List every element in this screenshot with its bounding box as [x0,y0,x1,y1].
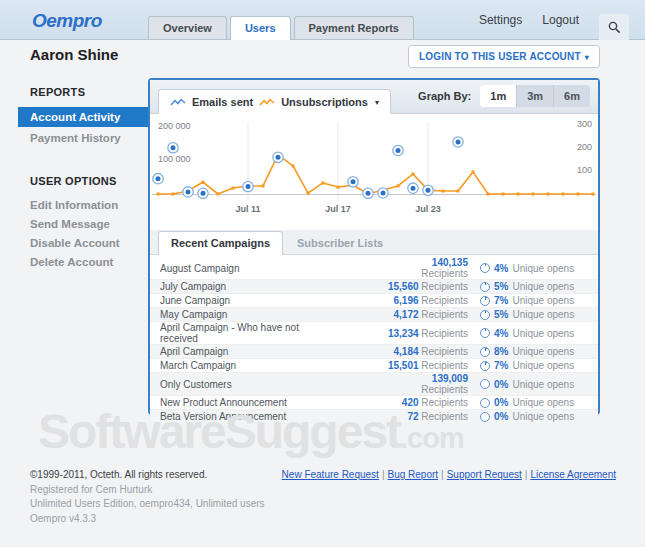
opens-cell: 4%Unique opens [468,328,590,339]
campaign-name: June Campaign [160,295,316,306]
opens-pie-icon [480,328,490,338]
search-button[interactable] [599,14,629,40]
sidebar-item-payment-history[interactable]: Payment History [0,129,148,148]
recipients-cell: 15,560 Recipients [316,281,468,292]
opens-label: Unique opens [512,295,574,306]
footer-info: ©1999-2011, Octeth. All rights reserved.… [30,468,265,526]
sidebar-item-delete-account[interactable]: Delete Account [0,253,148,272]
opens-pie-icon [480,282,490,292]
opens-cell: 0%Unique opens [468,379,590,390]
campaign-name: August Campaign [160,263,316,274]
sidebar-spacer [0,148,148,175]
table-row[interactable]: August Campaign 140,135 Recipients 4%Uni… [150,257,598,279]
tab-recent-campaigns[interactable]: Recent Campaigns [158,231,283,255]
login-to-user-account-button[interactable]: LOGIN TO THIS USER ACCOUNT▾ [408,45,600,68]
range-3m-button[interactable]: 3m [517,85,554,107]
campaign-name: April Campaign [160,346,316,357]
range-button-group: 1m 3m 6m [480,85,590,107]
range-6m-button[interactable]: 6m [554,85,590,107]
opens-label: Unique opens [512,379,574,390]
table-row[interactable]: April Campaign 4,184 Recipients 8%Unique… [150,344,598,358]
opens-cell: 0%Unique opens [468,411,590,422]
campaigns-table: August Campaign 140,135 Recipients 4%Uni… [150,255,598,423]
table-row[interactable]: New Product Announcement 420 Recipients … [150,395,598,409]
opens-cell: 5%Unique opens [468,309,590,320]
opens-percent: 5% [494,281,508,292]
app-logo[interactable]: Oempro [32,10,102,32]
opens-pie-icon [480,347,490,357]
recipients-cell: 140,135 Recipients [316,257,468,279]
unsubscriptions-line-icon [259,98,275,107]
tab-users[interactable]: Users [230,16,291,40]
tab-payment-reports[interactable]: Payment Reports [294,16,414,39]
recipients-count: 4,184 [393,346,418,357]
activity-chart: 200 000 100 000 300 200 100 Jul 11 Jul 1… [150,117,598,219]
recipients-label: Recipients [316,384,468,395]
tab-subscriber-lists[interactable]: Subscriber Lists [285,232,395,254]
table-row[interactable]: Only Customers 139,009 Recipients 0%Uniq… [150,372,598,395]
campaign-name: July Campaign [160,281,316,292]
recipients-count: 72 [407,411,418,422]
table-row[interactable]: March Campaign 15,501 Recipients 7%Uniqu… [150,358,598,372]
chart-legend-dropdown[interactable]: Emails sent Unsubscriptions ▾ [158,89,391,114]
opens-pie-icon [480,398,490,408]
range-1m-button[interactable]: 1m [480,85,517,107]
settings-link[interactable]: Settings [479,13,522,27]
opens-label: Unique opens [512,309,574,320]
recipients-label: Recipients [421,411,468,422]
link-bug-report[interactable]: Bug Report [388,469,439,480]
x-axis-tick-jul-11: Jul 11 [218,204,278,214]
chevron-down-icon: ▾ [585,53,589,62]
recipients-count: 6,196 [393,295,418,306]
campaign-name: Beta Version Announcement [160,411,316,422]
recipients-count: 140,135 [316,257,468,268]
graph-by-label: Graph By: [418,90,471,102]
recipients-cell: 4,184 Recipients [316,346,468,357]
main-nav-tabs: Overview Users Payment Reports [148,16,414,39]
sidebar-item-edit-information[interactable]: Edit Information [0,196,148,215]
tab-overview[interactable]: Overview [148,16,227,39]
table-row[interactable]: May Campaign 4,172 Recipients 5%Unique o… [150,307,598,321]
sidebar-item-disable-account[interactable]: Disable Account [0,234,148,253]
recipients-count: 139,009 [316,373,468,384]
opens-percent: 0% [494,379,508,390]
right-axis-tick-300: 300 [577,119,592,129]
search-icon [608,21,621,34]
table-row[interactable]: June Campaign 6,196 Recipients 7%Unique … [150,293,598,307]
logout-link[interactable]: Logout [542,13,579,27]
table-row[interactable]: July Campaign 15,560 Recipients 5%Unique… [150,279,598,293]
opens-label: Unique opens [512,281,574,292]
footer-copyright: ©1999-2011, Octeth. All rights reserved. [30,468,265,483]
emails-sent-line-icon [170,98,186,107]
opens-label: Unique opens [512,360,574,371]
footer-links: New Feature Request|Bug Report|Support R… [282,469,616,480]
link-support-request[interactable]: Support Request [447,469,522,480]
watermark-suffix: .com [400,422,464,454]
opens-percent: 7% [494,295,508,306]
link-license-agreement[interactable]: License Agreement [530,469,616,480]
sidebar-item-account-activity[interactable]: Account Activity [18,107,148,127]
opens-pie-icon [480,412,490,422]
opens-label: Unique opens [512,346,574,357]
table-row[interactable]: April Campaign - Who have not received 1… [150,321,598,344]
link-new-feature-request[interactable]: New Feature Request [282,469,379,480]
footer-registered: Registered for Cem Hurturk [30,483,265,498]
recipients-cell: 13,234 Recipients [316,328,468,339]
right-axis-tick-200: 200 [577,142,592,152]
footer-version: Oempro v4.3.3 [30,512,265,527]
recipients-cell: 4,172 Recipients [316,309,468,320]
opens-percent: 8% [494,346,508,357]
graph-by-control: Graph By: 1m 3m 6m [418,85,590,107]
link-separator: | [441,469,444,480]
x-axis-tick-jul-17: Jul 17 [308,204,368,214]
opens-cell: 0%Unique opens [468,397,590,408]
table-row[interactable]: Beta Version Announcement 72 Recipients … [150,409,598,423]
campaign-name: May Campaign [160,309,316,320]
recipients-cell: 6,196 Recipients [316,295,468,306]
campaigns-tab-bar: Recent Campaigns Subscriber Lists [150,230,598,255]
right-axis-tick-100: 100 [577,165,592,175]
sidebar-item-send-message[interactable]: Send Message [0,215,148,234]
chart-header: Emails sent Unsubscriptions ▾ Graph By: … [150,80,598,114]
recipients-label: Recipients [421,397,468,408]
opens-percent: 0% [494,397,508,408]
